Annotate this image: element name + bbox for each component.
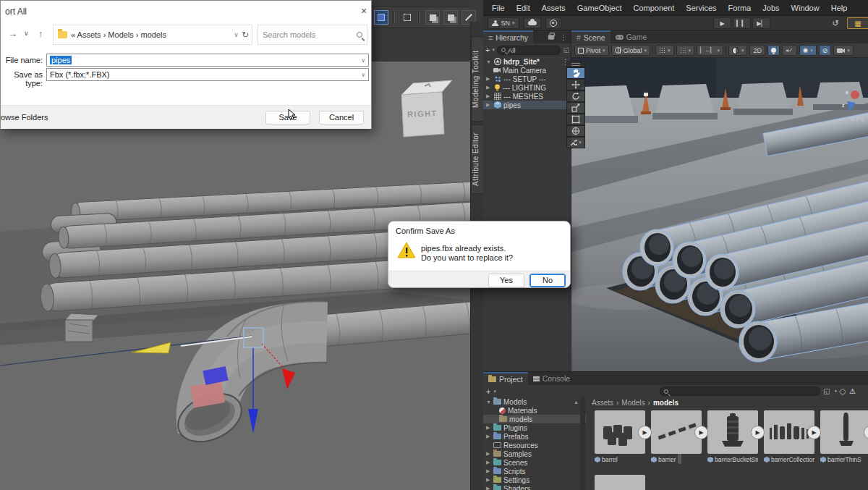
hierarchy-search-input[interactable]: All (497, 46, 561, 55)
project-tree-scrollbar[interactable] (580, 397, 585, 490)
menu-services[interactable]: Services (680, 4, 722, 12)
no-button[interactable]: No (529, 274, 566, 287)
scale-tool[interactable] (566, 102, 585, 114)
kebab-menu-icon[interactable]: ⋮ (560, 33, 567, 41)
tab-scene[interactable]: # Scene (571, 30, 610, 43)
hierarchy-row-pipes[interactable]: ▶ pipes (483, 101, 571, 109)
tree-samples[interactable]: ▶Samples (483, 449, 586, 458)
play-button[interactable]: ▶ (713, 17, 731, 29)
chevron-down-icon[interactable]: ▾ (492, 47, 495, 53)
asset-thumbnail[interactable]: ▶ (651, 410, 702, 454)
asset-thumbnail[interactable]: ▶ (764, 410, 814, 454)
viewcube[interactable]: RIGHT (393, 75, 454, 141)
asset-thumbnail[interactable]: ▶ (595, 410, 645, 454)
menu-forma[interactable]: Forma (723, 4, 757, 12)
crumb-models[interactable]: Models (621, 399, 644, 407)
tree-shaders[interactable]: ▶Shaders (483, 484, 586, 490)
chevron-down-icon[interactable]: ∨ (361, 57, 365, 64)
add-asset-button[interactable]: + (486, 387, 490, 396)
paste-icon[interactable] (443, 10, 458, 25)
effects-toggle[interactable]: ✺▾ (799, 45, 817, 56)
rect-tool[interactable] (566, 114, 585, 125)
lighting-toggle[interactable] (767, 45, 780, 56)
marquee-select-icon[interactable] (400, 10, 414, 25)
breadcrumb[interactable]: « Assets › Models › models ∨ ↻ (53, 25, 252, 45)
lock-icon[interactable] (548, 35, 554, 39)
overlay-drag-handle[interactable] (566, 61, 585, 67)
undo-history-icon[interactable]: ↺ (828, 17, 843, 29)
cancel-button[interactable]: Cancel (319, 111, 364, 124)
grid-snap-button[interactable]: ▾ (655, 45, 674, 56)
hierarchy-row-setup[interactable]: ▶ --- SETUP --- (483, 75, 571, 83)
asset-card-barrier-collection[interactable]: ▶ barrierCollection (764, 410, 814, 463)
hierarchy-row-lighting[interactable]: ▶ --- LIGHTING (483, 83, 571, 92)
refresh-icon[interactable]: ↻ (242, 30, 249, 40)
step-button[interactable]: ▶▏ (752, 17, 770, 29)
hierarchy-row-scene[interactable]: ▼ hdrp_Site* ⋮ (483, 57, 571, 66)
file-name-input[interactable]: pipes ∨ (46, 54, 369, 67)
scene-viewport[interactable]: x z < Pe (571, 58, 868, 371)
foldout-caret[interactable]: ▶ (486, 102, 492, 108)
forward-icon[interactable]: → (8, 28, 17, 39)
increment-snap-button[interactable]: ▾ (676, 45, 695, 56)
asset-card-barrier-bucket[interactable]: ▶ barrierBucketSing... (707, 410, 758, 463)
asset-thumbnail[interactable]: ▶ (707, 410, 758, 454)
pause-button[interactable]: ▎▎ (733, 17, 751, 29)
foldout-caret[interactable]: ▶ (486, 76, 492, 82)
tree-models-sub[interactable]: models (483, 415, 586, 423)
preview-play-button[interactable]: ▶ (694, 426, 708, 439)
menu-gameobject[interactable]: GameObject (571, 4, 628, 12)
search-input[interactable]: Search models (258, 25, 367, 45)
layers-button[interactable]: ▦ (847, 17, 868, 29)
project-search-input[interactable] (660, 386, 820, 396)
collab-icon[interactable]: ◔ (833, 387, 837, 395)
preview-play-button[interactable]: ▶ (638, 426, 652, 439)
focus-inspector-icon[interactable]: ◱ (823, 387, 830, 395)
2d-toggle[interactable]: 2D (749, 45, 765, 56)
tree-resources[interactable]: Resources (483, 441, 586, 449)
global-button[interactable]: Global ▾ (611, 45, 651, 56)
tree-models[interactable]: ▼Models▲ (483, 397, 586, 406)
close-icon[interactable]: × (358, 5, 370, 17)
tree-materials[interactable]: Materials (483, 406, 586, 415)
crumb-assets[interactable]: Assets (592, 399, 613, 407)
move-snap-button[interactable]: ▏↔▏▾ (697, 45, 723, 56)
crumb-models-sub[interactable]: models (653, 399, 678, 407)
menu-assets[interactable]: Assets (536, 4, 571, 12)
collab-target-button[interactable] (545, 17, 561, 29)
recent-locations-icon[interactable]: ∨ (24, 30, 29, 37)
transform-tool[interactable] (566, 125, 585, 137)
alert-icon[interactable]: ⚠ (849, 387, 856, 395)
rotate-tool[interactable] (566, 90, 585, 102)
chevron-down-icon[interactable]: ▾ (493, 389, 496, 394)
move-tool[interactable] (566, 79, 585, 90)
up-icon[interactable]: ↑ (38, 28, 43, 39)
menu-help[interactable]: Help (825, 4, 854, 12)
chevron-down-icon[interactable]: ∨ (234, 31, 239, 38)
tab-project[interactable]: Project (483, 372, 528, 385)
copy-icon[interactable] (425, 10, 440, 25)
hierarchy-row-meshes[interactable]: ▶ --- MESHES (483, 92, 571, 101)
tree-scenes[interactable]: ▶Scenes (483, 458, 586, 467)
tab-hierarchy[interactable]: ≡ Hierarchy (483, 30, 533, 43)
tree-prefabs[interactable]: ▶Prefabs (483, 432, 586, 441)
menu-jobs[interactable]: Jobs (757, 4, 785, 12)
tab-attribute-editor[interactable]: Attribute Editor (471, 124, 484, 194)
yes-button[interactable]: Yes (488, 274, 524, 287)
asset-card-barrier[interactable]: ▶ barrier (651, 410, 702, 463)
chevron-down-icon[interactable]: ∨ (361, 72, 365, 78)
asset-card-barrier-thin[interactable]: ▶ barrierThinS (820, 410, 868, 463)
tab-game[interactable]: Game (610, 30, 652, 43)
account-button[interactable]: SN ▾ (488, 17, 519, 29)
foldout-caret[interactable]: ▶ (486, 93, 492, 99)
asset-thumbnail[interactable]: ▶ (820, 410, 868, 454)
custom-tool-button[interactable]: ▾ (566, 137, 585, 148)
foldout-caret[interactable]: ▶ (486, 85, 492, 90)
menu-edit[interactable]: Edit (511, 4, 536, 12)
preview-play-button[interactable]: ▶ (807, 426, 821, 439)
asset-thumbnail-partial[interactable] (595, 475, 645, 490)
tree-settings[interactable]: ▶Settings (483, 476, 586, 484)
asset-card-barrel[interactable]: ▶ barrel (595, 410, 645, 463)
tree-plugins[interactable]: ▶Plugins (483, 423, 586, 432)
hidden-objects-toggle[interactable]: ⊘ (819, 45, 832, 56)
